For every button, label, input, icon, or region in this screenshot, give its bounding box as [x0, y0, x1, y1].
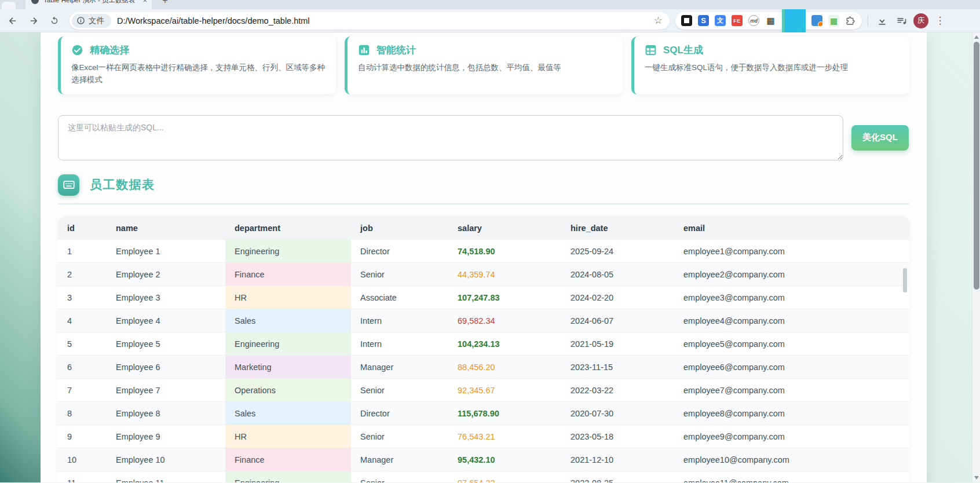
- media-playlist-icon[interactable]: [894, 13, 910, 29]
- cell-id[interactable]: 4: [58, 309, 107, 332]
- cell-email[interactable]: employee3@company.com: [674, 286, 909, 309]
- cell-salary[interactable]: 95,432.10: [448, 448, 561, 471]
- menu-kebab-icon[interactable]: ⋮: [933, 14, 947, 27]
- cell-job[interactable]: Intern: [351, 332, 448, 356]
- cell-job[interactable]: Senior: [351, 471, 448, 482]
- forward-button-icon[interactable]: [25, 13, 42, 29]
- fe-icon[interactable]: FE: [732, 15, 743, 26]
- cell-department[interactable]: Sales: [225, 309, 351, 332]
- cell-email[interactable]: employee6@company.com: [674, 356, 909, 379]
- file-origin-chip[interactable]: 文件: [72, 14, 111, 28]
- cell-email[interactable]: employee5@company.com: [674, 332, 909, 356]
- cell-salary[interactable]: 44,359.74: [448, 263, 561, 286]
- cell-department[interactable]: HR: [225, 425, 351, 448]
- cell-department[interactable]: Marketing: [225, 356, 351, 379]
- cell-salary[interactable]: 76,543.21: [448, 425, 561, 448]
- cell-id[interactable]: 1: [58, 240, 107, 263]
- cell-id[interactable]: 10: [58, 448, 107, 471]
- cell-hire_date[interactable]: 2021-12-10: [561, 448, 674, 471]
- cell-id[interactable]: 7: [58, 379, 107, 402]
- cell-job[interactable]: Senior: [351, 263, 448, 286]
- browser-tab[interactable]: Table Helper 演示 - 员工数据表 ×: [25, 0, 152, 9]
- cell-department[interactable]: Sales: [225, 402, 351, 425]
- cell-salary[interactable]: 115,678.90: [448, 402, 561, 425]
- cell-hire_date[interactable]: 2025-09-24: [561, 240, 674, 263]
- cell-email[interactable]: employee2@company.com: [674, 263, 909, 286]
- column-header-department[interactable]: department: [225, 217, 351, 240]
- cell-name[interactable]: Employee 4: [107, 309, 225, 332]
- cell-email[interactable]: employee10@company.com: [674, 448, 909, 471]
- cell-hire_date[interactable]: 2024-06-07: [561, 309, 674, 332]
- reload-button-icon[interactable]: [46, 13, 63, 29]
- sql-input[interactable]: [58, 115, 843, 160]
- cell-salary[interactable]: 74,518.90: [448, 240, 561, 263]
- table-scrollbar-thumb[interactable]: [903, 268, 907, 292]
- cell-hire_date[interactable]: 2021-05-19: [561, 332, 674, 356]
- downloads-icon[interactable]: [874, 13, 890, 29]
- cell-name[interactable]: Employee 10: [107, 448, 225, 471]
- table-calc-icon[interactable]: ▦: [828, 15, 839, 26]
- cell-hire_date[interactable]: 2020-07-30: [561, 402, 674, 425]
- profile-avatar[interactable]: 庆: [913, 13, 928, 28]
- screenshot-frame-icon[interactable]: [681, 15, 692, 26]
- badge-icon[interactable]: [811, 15, 822, 26]
- scrollbar-arrow-up-icon[interactable]: [974, 35, 979, 39]
- extensions-puzzle-icon[interactable]: [845, 15, 856, 26]
- cell-name[interactable]: Employee 8: [107, 402, 225, 425]
- cell-job[interactable]: Director: [351, 240, 448, 263]
- cell-name[interactable]: Employee 5: [107, 332, 225, 356]
- cell-department[interactable]: Engineering: [225, 471, 351, 482]
- cell-name[interactable]: Employee 6: [107, 356, 225, 379]
- cell-id[interactable]: 2: [58, 263, 107, 286]
- cell-department[interactable]: Finance: [225, 263, 351, 286]
- cell-id[interactable]: 11: [58, 471, 107, 482]
- cell-hire_date[interactable]: 2024-08-05: [561, 263, 674, 286]
- cell-hire_date[interactable]: 2022-08-25: [561, 471, 674, 482]
- tab-close-icon[interactable]: ×: [142, 0, 147, 4]
- cell-salary[interactable]: 104,234.13: [448, 332, 561, 356]
- cell-email[interactable]: employee1@company.com: [674, 240, 909, 263]
- column-header-hire_date[interactable]: hire_date: [561, 217, 674, 240]
- cell-id[interactable]: 8: [58, 402, 107, 425]
- cell-job[interactable]: Senior: [351, 425, 448, 448]
- cell-hire_date[interactable]: 2024-02-20: [561, 286, 674, 309]
- cell-email[interactable]: employee9@company.com: [674, 425, 909, 448]
- cell-id[interactable]: 3: [58, 286, 107, 309]
- markdown-icon[interactable]: md: [748, 15, 759, 26]
- cell-name[interactable]: Employee 2: [107, 263, 225, 286]
- cell-department[interactable]: Operations: [225, 379, 351, 402]
- cell-name[interactable]: Employee 7: [107, 379, 225, 402]
- cell-department[interactable]: Engineering: [225, 240, 351, 263]
- url-text[interactable]: D:/Workspace/ai/table-helper/docs/demo_t…: [117, 16, 654, 25]
- back-button-icon[interactable]: [5, 13, 21, 29]
- beautify-sql-button[interactable]: 美化SQL: [851, 125, 909, 151]
- column-header-name[interactable]: name: [107, 217, 225, 240]
- s-logo-icon[interactable]: S: [698, 15, 709, 26]
- cell-salary[interactable]: 92,345.67: [448, 379, 561, 402]
- scrollbar-arrow-down-icon[interactable]: [974, 476, 979, 480]
- cell-email[interactable]: employee11@company.com: [674, 471, 909, 482]
- address-bar[interactable]: 文件 D:/Workspace/ai/table-helper/docs/dem…: [70, 12, 670, 30]
- new-tab-button[interactable]: +: [158, 0, 173, 8]
- column-header-email[interactable]: email: [674, 217, 909, 240]
- cell-email[interactable]: employee8@company.com: [674, 402, 909, 425]
- cell-name[interactable]: Employee 1: [107, 240, 225, 263]
- translate-icon[interactable]: 文: [715, 15, 726, 26]
- cell-job[interactable]: Associate: [351, 286, 448, 309]
- cell-job[interactable]: Intern: [351, 309, 448, 332]
- cell-id[interactable]: 9: [58, 425, 107, 448]
- cell-name[interactable]: Employee 11: [107, 471, 225, 482]
- browser-scrollbar[interactable]: [972, 32, 980, 482]
- cell-salary[interactable]: 88,456.20: [448, 356, 561, 379]
- column-header-salary[interactable]: salary: [448, 217, 561, 240]
- cell-job[interactable]: Manager: [351, 356, 448, 379]
- cell-email[interactable]: employee7@company.com: [674, 379, 909, 402]
- cell-hire_date[interactable]: 2023-05-18: [561, 425, 674, 448]
- cell-job[interactable]: Director: [351, 402, 448, 425]
- cell-salary[interactable]: 107,247.83: [448, 286, 561, 309]
- cell-name[interactable]: Employee 9: [107, 425, 225, 448]
- cell-salary[interactable]: 97,654.32: [448, 471, 561, 482]
- cell-department[interactable]: Finance: [225, 448, 351, 471]
- cell-job[interactable]: Senior: [351, 379, 448, 402]
- cell-department[interactable]: Engineering: [225, 332, 351, 356]
